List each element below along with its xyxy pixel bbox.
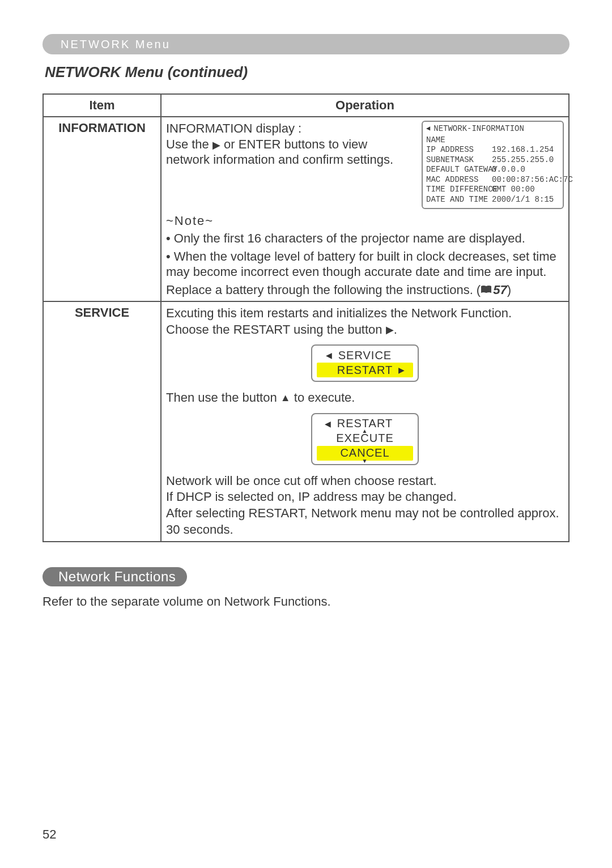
osd-val: 192.168.1.254 (492, 145, 573, 155)
service-p6: After selecting RESTART, Network menu ma… (166, 505, 564, 538)
osd-item: SERVICE (338, 349, 392, 362)
up-triangle-icon: ▲ (280, 393, 291, 404)
right-triangle-icon: ▶ (386, 324, 394, 335)
service-p2: Choose the RESTART using the button ▶. (166, 322, 564, 338)
service-p5: If DHCP is selected on, IP address may b… (166, 489, 564, 505)
osd-key: TIME DIFFERENCE (426, 185, 488, 195)
table-row: SERVICE Excuting this item restarts and … (43, 301, 569, 542)
service-p3: Then use the button ▲ to execute. (166, 390, 564, 406)
network-functions-text: Refer to the separate volume on Network … (42, 594, 570, 609)
network-functions-heading: Network Functions (42, 567, 187, 586)
info-line2: Use the ▶ or ENTER buttons to view (166, 137, 411, 152)
network-information-osd: ◀ NETWORK-INFORMATION NAME IP ADDRESS192… (422, 121, 564, 209)
table-header-operation: Operation (161, 94, 569, 117)
osd-val: 0.0.0.0 (492, 165, 573, 175)
up-triangle-icon: ▲ (362, 428, 368, 434)
osd-key: SUBNETMASK (426, 155, 488, 165)
header-pill: NETWORK Menu (42, 34, 570, 54)
service-p4: Network will be once cut off when choose… (166, 473, 564, 490)
left-triangle-icon: ◀ (426, 125, 430, 133)
page-number: 52 (42, 827, 56, 842)
note-heading: ~Note~ (166, 214, 564, 228)
header-pill-text: NETWORK Menu (61, 38, 171, 51)
osd-key: DEFAULT GATEWAY (426, 165, 488, 175)
osd-key: IP ADDRESS (426, 145, 488, 155)
note-text-1: • Only the first 16 characters of the pr… (166, 231, 564, 246)
right-triangle-icon: ▶ (398, 365, 405, 375)
note-text-3: Replace a battery through the following … (166, 282, 564, 298)
osd-val: 00:00:87:56:AC:7C (492, 175, 573, 185)
book-icon (481, 282, 492, 298)
row-label-service: SERVICE (43, 301, 161, 542)
osd-val: GMT 00:00 (492, 185, 573, 195)
page-ref: 57 (481, 282, 507, 298)
note-text-2: • When the voltage level of battery for … (166, 249, 564, 280)
osd-item-highlight: RESTART (337, 364, 393, 377)
section-title: NETWORK Menu (continued) (45, 63, 570, 81)
table-row: INFORMATION INFORMATION display : Use th… (43, 117, 569, 301)
osd-title: NETWORK-INFORMATION (434, 124, 524, 134)
osd-key: NAME (426, 135, 488, 146)
osd-key: MAC ADDRESS (426, 175, 488, 185)
service-osd-2: ◀ RESTART ▶ ▲ EXECUTE CANCEL ▼ (311, 413, 419, 465)
info-line1: INFORMATION display : (166, 121, 411, 137)
right-triangle-icon: ▶ (212, 139, 220, 150)
table-header-item: Item (43, 94, 161, 117)
service-p1: Excuting this item restarts and initiali… (166, 305, 564, 322)
osd-val: 255.255.255.0 (492, 155, 573, 165)
osd-key: DATE AND TIME (426, 195, 488, 205)
osd-val (492, 135, 573, 146)
info-line3: network information and confirm settings… (166, 152, 411, 168)
left-triangle-icon: ◀ (326, 351, 333, 360)
service-osd-1: ◀ SERVICE ▶ ◀ RESTART ▶ (311, 344, 419, 382)
left-triangle-icon: ◀ (325, 419, 332, 428)
menu-table: Item Operation INFORMATION INFORMATION d… (42, 93, 570, 542)
row-label-information: INFORMATION (43, 117, 161, 301)
row-operation-information: INFORMATION display : Use the ▶ or ENTER… (161, 117, 569, 301)
down-triangle-icon: ▼ (362, 458, 368, 464)
row-operation-service: Excuting this item restarts and initiali… (161, 301, 569, 542)
osd-val: 2000/1/1 8:15 (492, 195, 573, 205)
